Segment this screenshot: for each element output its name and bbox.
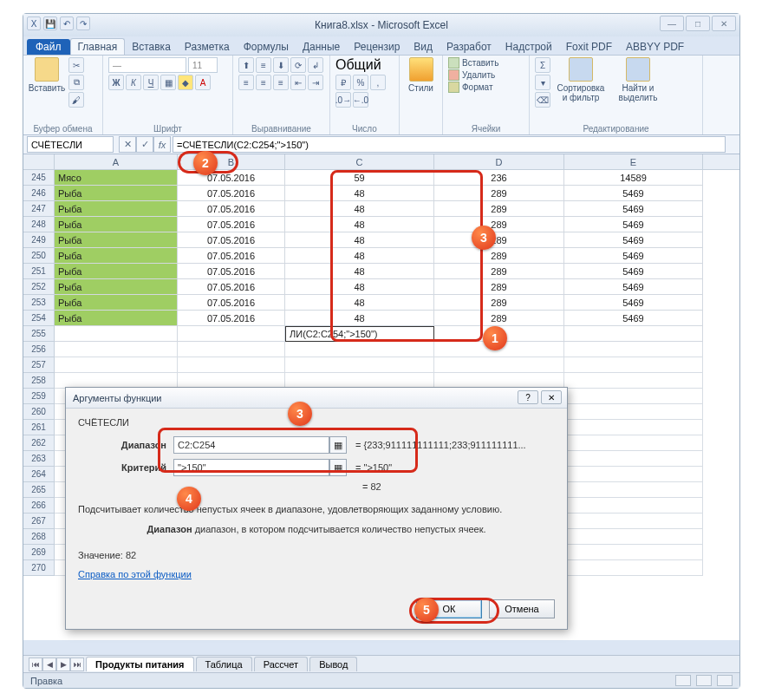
currency-icon[interactable]: ₽: [335, 75, 351, 90]
cell[interactable]: 289: [434, 279, 564, 295]
row-header[interactable]: 256: [23, 342, 55, 357]
dialog-close-icon[interactable]: ✕: [541, 390, 562, 404]
tab-abbyy[interactable]: ABBYY PDF: [619, 39, 691, 55]
cell[interactable]: 07.05.2016: [178, 186, 285, 201]
cell[interactable]: [564, 389, 703, 404]
view-normal-icon[interactable]: [675, 675, 691, 686]
cell[interactable]: [285, 357, 434, 373]
cell[interactable]: 48: [285, 295, 434, 311]
cell[interactable]: [564, 420, 703, 435]
sheet-tab[interactable]: Вывод: [309, 657, 357, 671]
cell[interactable]: [55, 326, 178, 342]
enter-formula-button[interactable]: ✓: [136, 136, 153, 153]
sheet-tab[interactable]: Таблица: [196, 657, 252, 671]
tab-nav-first-icon[interactable]: ⏮: [29, 657, 42, 671]
align-bottom-icon[interactable]: ⬇: [273, 57, 289, 73]
cell[interactable]: Рыба: [55, 264, 178, 279]
cell[interactable]: 5469: [564, 217, 703, 232]
cell[interactable]: 48: [285, 186, 434, 201]
col-header-c[interactable]: C: [285, 154, 434, 169]
tab-view[interactable]: Вид: [407, 39, 440, 55]
cell[interactable]: 59: [285, 170, 434, 186]
range-picker-icon[interactable]: ▦: [329, 436, 347, 454]
cell[interactable]: [564, 342, 703, 357]
row-header[interactable]: 254: [23, 311, 55, 326]
increase-decimal-icon[interactable]: .0→: [335, 92, 351, 108]
input-criteria[interactable]: ">150": [173, 459, 329, 476]
quick-access-toolbar[interactable]: X 💾 ↶ ↷: [27, 16, 90, 30]
insert-function-button[interactable]: fx: [153, 136, 171, 153]
cell[interactable]: Рыба: [55, 295, 178, 311]
align-left-icon[interactable]: ≡: [238, 75, 254, 90]
font-name-select[interactable]: —: [108, 57, 186, 73]
cancel-formula-button[interactable]: ✕: [119, 136, 136, 153]
criteria-picker-icon[interactable]: ▦: [329, 459, 347, 476]
cut-icon[interactable]: ✂: [68, 57, 84, 73]
row-header[interactable]: 267: [23, 514, 55, 529]
col-header-a[interactable]: A: [55, 154, 178, 169]
cell[interactable]: 5469: [564, 311, 703, 326]
cell[interactable]: [178, 357, 285, 373]
cell[interactable]: [564, 451, 703, 467]
tab-review[interactable]: Рецензир: [347, 39, 407, 55]
cell[interactable]: [564, 467, 703, 482]
cell[interactable]: 289: [434, 264, 564, 279]
row-header[interactable]: 260: [23, 404, 55, 420]
row-header[interactable]: 250: [23, 248, 55, 264]
cell[interactable]: [564, 560, 703, 576]
cell[interactable]: 48: [285, 279, 434, 295]
row-header[interactable]: 245: [23, 170, 55, 186]
row-header[interactable]: 268: [23, 529, 55, 545]
tab-insert[interactable]: Вставка: [125, 39, 178, 55]
cell[interactable]: 289: [434, 311, 564, 326]
cell[interactable]: [434, 357, 564, 373]
cell[interactable]: [564, 482, 703, 498]
insert-cells-button[interactable]: Вставить: [448, 57, 498, 69]
col-header-d[interactable]: D: [434, 154, 564, 169]
align-top-icon[interactable]: ⬆: [238, 57, 254, 73]
tab-foxit[interactable]: Foxit PDF: [559, 39, 619, 55]
cell[interactable]: 48: [285, 201, 434, 217]
tab-developer[interactable]: Разработ: [440, 39, 498, 55]
cell[interactable]: 48: [285, 232, 434, 248]
cell[interactable]: [285, 342, 434, 357]
col-header-e[interactable]: E: [564, 154, 703, 169]
tab-home[interactable]: Главная: [70, 38, 126, 55]
cell[interactable]: [55, 342, 178, 357]
format-painter-icon[interactable]: 🖌: [68, 92, 84, 108]
italic-button[interactable]: К: [126, 75, 141, 90]
save-icon[interactable]: 💾: [43, 16, 57, 30]
cell[interactable]: 07.05.2016: [178, 295, 285, 311]
cell[interactable]: 5469: [564, 201, 703, 217]
cell[interactable]: [178, 326, 285, 342]
dialog-help-icon[interactable]: ?: [518, 390, 538, 404]
cell[interactable]: [564, 326, 703, 342]
cell[interactable]: Рыба: [55, 279, 178, 295]
row-header[interactable]: 264: [23, 467, 55, 482]
tab-addins[interactable]: Надстрой: [498, 39, 559, 55]
cell[interactable]: [564, 498, 703, 514]
cell[interactable]: 14589: [564, 170, 703, 186]
cell[interactable]: [564, 357, 703, 373]
cell[interactable]: [564, 545, 703, 560]
row-header[interactable]: 249: [23, 232, 55, 248]
cell[interactable]: 07.05.2016: [178, 248, 285, 264]
row-header[interactable]: 258: [23, 373, 55, 389]
row-header[interactable]: 266: [23, 498, 55, 514]
cell[interactable]: Рыба: [55, 248, 178, 264]
name-box[interactable]: СЧЁТЕСЛИ: [27, 136, 114, 153]
cell[interactable]: 48: [285, 248, 434, 264]
tab-layout[interactable]: Разметка: [178, 39, 237, 55]
input-range[interactable]: C2:C254: [173, 436, 329, 454]
bold-button[interactable]: Ж: [108, 75, 124, 90]
row-header[interactable]: 257: [23, 357, 55, 373]
cell[interactable]: 07.05.2016: [178, 232, 285, 248]
number-format-select[interactable]: Общий: [335, 57, 393, 73]
sheet-tab-active[interactable]: Продукты питания: [86, 657, 194, 671]
autosum-icon[interactable]: Σ: [535, 57, 550, 73]
row-header[interactable]: 261: [23, 420, 55, 435]
cell[interactable]: 07.05.2016: [178, 170, 285, 186]
font-size-select[interactable]: 11: [188, 57, 218, 73]
minimize-button[interactable]: —: [660, 16, 684, 31]
fill-color-button[interactable]: ◆: [178, 75, 193, 90]
